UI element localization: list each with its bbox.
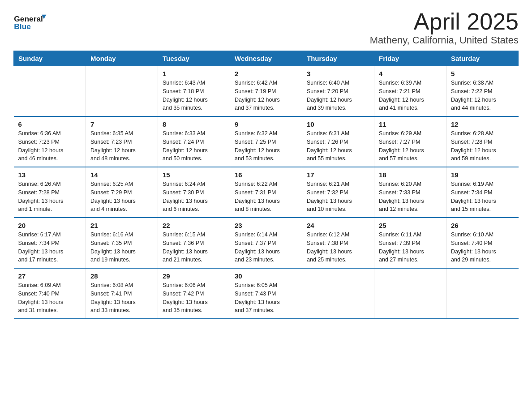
calendar-cell [374,268,446,319]
calendar-cell: 29Sunrise: 6:06 AM Sunset: 7:42 PM Dayli… [158,268,230,319]
day-info: Sunrise: 6:29 AM Sunset: 7:27 PM Dayligh… [379,129,442,163]
day-info: Sunrise: 6:32 AM Sunset: 7:25 PM Dayligh… [235,129,297,163]
calendar-cell: 6Sunrise: 6:36 AM Sunset: 7:23 PM Daylig… [14,116,86,167]
day-info: Sunrise: 6:10 AM Sunset: 7:40 PM Dayligh… [451,231,514,264]
day-number: 13 [18,171,82,179]
calendar-cell: 7Sunrise: 6:35 AM Sunset: 7:23 PM Daylig… [86,116,158,167]
day-number: 17 [307,171,369,179]
day-info: Sunrise: 6:38 AM Sunset: 7:22 PM Dayligh… [451,79,514,112]
calendar-cell: 9Sunrise: 6:32 AM Sunset: 7:25 PM Daylig… [230,116,302,167]
day-number: 26 [451,222,514,229]
day-number: 11 [379,120,442,128]
day-info: Sunrise: 6:15 AM Sunset: 7:36 PM Dayligh… [163,231,225,264]
calendar-cell: 19Sunrise: 6:19 AM Sunset: 7:34 PM Dayli… [446,167,519,218]
day-number: 15 [163,171,225,179]
day-info: Sunrise: 6:22 AM Sunset: 7:31 PM Dayligh… [235,180,297,214]
calendar-cell: 11Sunrise: 6:29 AM Sunset: 7:27 PM Dayli… [374,116,446,167]
day-info: Sunrise: 6:35 AM Sunset: 7:23 PM Dayligh… [90,129,153,163]
day-number: 7 [90,120,153,128]
logo: General Blue [13,9,49,34]
calendar-cell: 5Sunrise: 6:38 AM Sunset: 7:22 PM Daylig… [446,66,519,117]
calendar-cell: 16Sunrise: 6:22 AM Sunset: 7:31 PM Dayli… [230,167,302,218]
calendar-cell: 14Sunrise: 6:25 AM Sunset: 7:29 PM Dayli… [86,167,158,218]
calendar-cell: 12Sunrise: 6:28 AM Sunset: 7:28 PM Dayli… [446,116,519,167]
svg-text:Blue: Blue [14,22,31,31]
day-info: Sunrise: 6:28 AM Sunset: 7:28 PM Dayligh… [451,129,514,163]
day-info: Sunrise: 6:36 AM Sunset: 7:23 PM Dayligh… [18,129,82,163]
col-wednesday: Wednesday [230,51,302,66]
calendar-cell: 21Sunrise: 6:16 AM Sunset: 7:35 PM Dayli… [86,218,158,268]
calendar-cell [446,268,519,319]
col-tuesday: Tuesday [158,51,230,66]
day-info: Sunrise: 6:06 AM Sunset: 7:42 PM Dayligh… [163,281,225,315]
day-info: Sunrise: 6:26 AM Sunset: 7:28 PM Dayligh… [18,180,82,214]
day-info: Sunrise: 6:42 AM Sunset: 7:19 PM Dayligh… [235,79,297,112]
calendar-week-4: 27Sunrise: 6:09 AM Sunset: 7:40 PM Dayli… [14,268,519,319]
col-thursday: Thursday [302,51,374,66]
day-info: Sunrise: 6:33 AM Sunset: 7:24 PM Dayligh… [163,129,225,163]
calendar-cell: 24Sunrise: 6:12 AM Sunset: 7:38 PM Dayli… [302,218,374,268]
calendar-cell: 22Sunrise: 6:15 AM Sunset: 7:36 PM Dayli… [158,218,230,268]
day-info: Sunrise: 6:20 AM Sunset: 7:33 PM Dayligh… [379,180,442,214]
day-number: 20 [18,222,82,229]
col-saturday: Saturday [446,51,519,66]
calendar-cell: 30Sunrise: 6:05 AM Sunset: 7:43 PM Dayli… [230,268,302,319]
calendar-cell [14,66,86,117]
calendar-cell: 17Sunrise: 6:21 AM Sunset: 7:32 PM Dayli… [302,167,374,218]
calendar-cell: 28Sunrise: 6:08 AM Sunset: 7:41 PM Dayli… [86,268,158,319]
day-info: Sunrise: 6:14 AM Sunset: 7:37 PM Dayligh… [235,231,297,264]
day-number: 9 [235,120,297,128]
calendar-week-2: 13Sunrise: 6:26 AM Sunset: 7:28 PM Dayli… [14,167,519,218]
col-friday: Friday [374,51,446,66]
day-info: Sunrise: 6:16 AM Sunset: 7:35 PM Dayligh… [90,231,153,264]
day-info: Sunrise: 6:05 AM Sunset: 7:43 PM Dayligh… [235,281,297,315]
page-title: April 2025 [370,9,519,34]
day-number: 12 [451,120,514,128]
col-sunday: Sunday [14,51,86,66]
day-number: 21 [90,222,153,229]
calendar-week-0: 1Sunrise: 6:43 AM Sunset: 7:18 PM Daylig… [14,66,519,117]
calendar-cell: 10Sunrise: 6:31 AM Sunset: 7:26 PM Dayli… [302,116,374,167]
day-number: 16 [235,171,297,179]
calendar-week-1: 6Sunrise: 6:36 AM Sunset: 7:23 PM Daylig… [14,116,519,167]
calendar-cell: 4Sunrise: 6:39 AM Sunset: 7:21 PM Daylig… [374,66,446,117]
day-info: Sunrise: 6:39 AM Sunset: 7:21 PM Dayligh… [379,79,442,112]
day-number: 24 [307,222,369,229]
day-info: Sunrise: 6:08 AM Sunset: 7:41 PM Dayligh… [90,281,153,315]
calendar-header-row: Sunday Monday Tuesday Wednesday Thursday… [14,51,519,66]
day-number: 23 [235,222,297,229]
day-info: Sunrise: 6:19 AM Sunset: 7:34 PM Dayligh… [451,180,514,214]
day-number: 30 [235,272,297,280]
day-info: Sunrise: 6:40 AM Sunset: 7:20 PM Dayligh… [307,79,369,112]
day-info: Sunrise: 6:25 AM Sunset: 7:29 PM Dayligh… [90,180,153,214]
day-info: Sunrise: 6:31 AM Sunset: 7:26 PM Dayligh… [307,129,369,163]
day-info: Sunrise: 6:21 AM Sunset: 7:32 PM Dayligh… [307,180,369,214]
page-subtitle: Matheny, California, United States [370,34,519,46]
day-number: 27 [18,272,82,280]
calendar-cell: 3Sunrise: 6:40 AM Sunset: 7:20 PM Daylig… [302,66,374,117]
calendar-cell: 2Sunrise: 6:42 AM Sunset: 7:19 PM Daylig… [230,66,302,117]
day-number: 14 [90,171,153,179]
day-number: 19 [451,171,514,179]
day-info: Sunrise: 6:12 AM Sunset: 7:38 PM Dayligh… [307,231,369,264]
day-number: 3 [307,70,369,77]
day-number: 25 [379,222,442,229]
day-info: Sunrise: 6:09 AM Sunset: 7:40 PM Dayligh… [18,281,82,315]
day-number: 8 [163,120,225,128]
day-number: 5 [451,70,514,77]
calendar-cell [302,268,374,319]
day-number: 2 [235,70,297,77]
logo-image: General Blue [13,9,49,34]
calendar-cell [86,66,158,117]
calendar-cell: 13Sunrise: 6:26 AM Sunset: 7:28 PM Dayli… [14,167,86,218]
day-number: 29 [163,272,225,280]
calendar-cell: 15Sunrise: 6:24 AM Sunset: 7:30 PM Dayli… [158,167,230,218]
day-info: Sunrise: 6:11 AM Sunset: 7:39 PM Dayligh… [379,231,442,264]
calendar-cell: 25Sunrise: 6:11 AM Sunset: 7:39 PM Dayli… [374,218,446,268]
calendar-week-3: 20Sunrise: 6:17 AM Sunset: 7:34 PM Dayli… [14,218,519,268]
day-info: Sunrise: 6:43 AM Sunset: 7:18 PM Dayligh… [163,79,225,112]
col-monday: Monday [86,51,158,66]
calendar-cell: 27Sunrise: 6:09 AM Sunset: 7:40 PM Dayli… [14,268,86,319]
calendar-cell: 8Sunrise: 6:33 AM Sunset: 7:24 PM Daylig… [158,116,230,167]
day-number: 22 [163,222,225,229]
